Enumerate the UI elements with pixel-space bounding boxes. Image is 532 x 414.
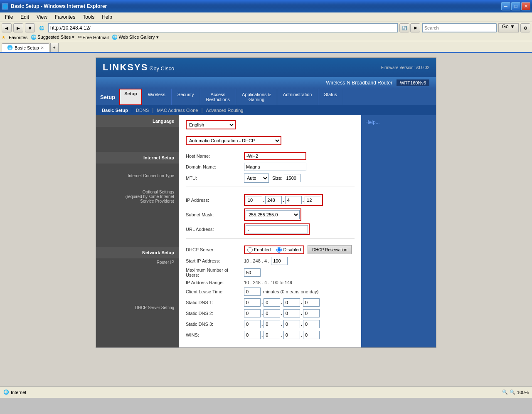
tab-label: Basic Setup (15, 45, 39, 50)
minimize-button[interactable]: ─ (501, 2, 510, 10)
size-input[interactable] (284, 174, 300, 182)
ip-address-label: IP Address: (186, 198, 244, 203)
connection-type-select[interactable]: Automatic Configuration - DHCP (186, 136, 281, 145)
sub-tab-basic-setup[interactable]: Basic Setup (100, 107, 130, 114)
dhcp-enabled-label[interactable]: Enabled (247, 247, 271, 253)
close-button[interactable]: ✕ (521, 2, 530, 10)
forward-button[interactable]: ▶ (13, 23, 23, 32)
stop-button[interactable]: ✖ (410, 23, 420, 32)
dns3-o4[interactable] (303, 320, 320, 328)
search-box[interactable] (422, 23, 497, 32)
nav-tab-access-restrictions[interactable]: AccessRestrictions (200, 89, 236, 105)
wins-label: WINS: (186, 332, 244, 337)
refresh-button[interactable]: ✖ (25, 23, 35, 32)
dhcp-disabled-radio[interactable] (276, 247, 282, 253)
hotmail-link[interactable]: ✉ Free Hotmail (78, 35, 108, 40)
dns3-o3[interactable] (283, 320, 300, 328)
refresh-page-button[interactable]: 🔄 (399, 23, 409, 32)
menu-help[interactable]: Help (99, 13, 116, 21)
host-name-input[interactable] (244, 152, 306, 160)
nav-tab-setup[interactable]: Setup (119, 89, 142, 105)
menu-edit[interactable]: Edit (17, 13, 32, 21)
menu-favorites[interactable]: Favorites (52, 13, 79, 21)
page-content-wrapper: Language Internet Setup Internet Connect… (96, 115, 436, 347)
sub-tab-mac-clone[interactable]: MAC Address Clone (155, 107, 200, 114)
mtu-select[interactable]: Auto (244, 174, 269, 183)
network-setup-group: IP Address: . . . Subnet Mask: (186, 194, 355, 235)
static-dns2-label: Static DNS 2: (186, 311, 244, 316)
dhcp-section-label: DHCP Server Setting (96, 304, 179, 312)
nav-tab-security[interactable]: Security (172, 89, 200, 105)
ip-range-label: IP Address Range: (186, 280, 244, 285)
nav-tab-applications[interactable]: Applications &Gaming (236, 89, 277, 105)
sub-tab-advanced-routing[interactable]: Advanced Routing (204, 107, 245, 114)
router-title-bar: Wireless-N Broadband Router WRT160Nv3 (96, 77, 436, 89)
dns1-o3[interactable] (283, 298, 300, 307)
address-field[interactable]: http://10.248.4.12/ (48, 23, 398, 32)
new-tab-button[interactable]: + (50, 43, 59, 52)
domain-name-input[interactable] (244, 163, 306, 171)
dhcp-disabled-label[interactable]: Disabled (276, 247, 301, 253)
favorites-label[interactable]: Favorites (9, 35, 27, 40)
search-input[interactable] (422, 24, 496, 32)
internet-icon: 🌐 (3, 389, 9, 395)
webslice-link[interactable]: 🌐 Web Slice Gallery ▾ (112, 35, 158, 40)
wins-o4[interactable] (303, 331, 320, 339)
domain-name-row: Domain Name: (186, 163, 355, 171)
dhcp-reservation-button[interactable]: DHCP Reservation (308, 245, 352, 254)
status-zone: Internet (11, 390, 26, 395)
model-number: WRT160Nv3 (397, 79, 429, 86)
start-ip-input[interactable] (271, 257, 288, 265)
nav-tab-status[interactable]: Status (318, 89, 343, 105)
dns1-o1[interactable] (244, 298, 261, 307)
wins-o2[interactable] (264, 331, 280, 339)
ip-octet1[interactable] (246, 196, 262, 204)
dhcp-enabled-radio[interactable] (247, 247, 253, 253)
wins-o1[interactable] (244, 331, 261, 339)
subnet-mask-select[interactable]: 255.255.255.0 (246, 210, 300, 219)
content-area: LINKSYS ®by Cisco Firmware Version: v3.0… (0, 53, 532, 386)
lease-time-label: Client Lease Time: (186, 289, 244, 294)
url-address-input[interactable] (246, 225, 308, 233)
lease-time-suffix: minutes (0 means one day) (263, 289, 318, 294)
menu-tools[interactable]: Tools (79, 13, 98, 21)
ie-icon-small: 🌐 (37, 23, 47, 32)
sep3: | (201, 107, 202, 113)
go-button[interactable]: Go ▼ (498, 23, 519, 32)
maximize-button[interactable]: □ (511, 2, 520, 10)
dns1-o2[interactable] (264, 298, 280, 307)
menu-view[interactable]: View (33, 13, 51, 21)
basic-setup-tab[interactable]: 🌐 Basic Setup ✕ (2, 43, 49, 52)
dns2-o3[interactable] (283, 309, 300, 317)
zoom-icon: 🔍 (502, 389, 508, 395)
menu-file[interactable]: File (2, 13, 16, 21)
static-dns3-group: . . . (244, 320, 320, 328)
ip-octet4[interactable] (305, 196, 321, 204)
static-dns1-row: Static DNS 1: . . . (186, 298, 355, 307)
static-dns1-label: Static DNS 1: (186, 300, 244, 305)
dns3-o2[interactable] (264, 320, 280, 328)
sub-tab-ddns[interactable]: DDNS (134, 107, 150, 114)
dns1-o4[interactable] (303, 298, 320, 307)
suggested-sites-link[interactable]: 🌐 Suggested Sites ▾ (31, 35, 74, 40)
max-users-input[interactable] (244, 268, 261, 277)
dns3-o1[interactable] (244, 320, 261, 328)
wins-o3[interactable] (283, 331, 300, 339)
tab-close-btn[interactable]: ✕ (41, 46, 44, 50)
dns2-o4[interactable] (303, 309, 320, 317)
host-name-row: Host Name: (186, 152, 355, 160)
ip-octet3[interactable] (285, 196, 302, 204)
internet-connection-type-label: Internet Connection Type (96, 172, 179, 180)
dns2-o2[interactable] (264, 309, 280, 317)
nav-tab-administration[interactable]: Administration (277, 89, 318, 105)
titlebar-buttons: ─ □ ✕ (501, 2, 530, 10)
ip-octet2[interactable] (265, 196, 282, 204)
tools-icon[interactable]: ⚙ (520, 23, 530, 32)
language-select[interactable]: English (186, 120, 236, 129)
dns2-o1[interactable] (244, 309, 261, 317)
linksys-logo: LINKSYS ®by Cisco (103, 62, 174, 73)
help-link[interactable]: Help... (365, 119, 380, 125)
nav-tab-wireless[interactable]: Wireless (142, 89, 172, 105)
lease-time-input[interactable] (244, 288, 261, 296)
back-button[interactable]: ◀ (2, 23, 12, 32)
